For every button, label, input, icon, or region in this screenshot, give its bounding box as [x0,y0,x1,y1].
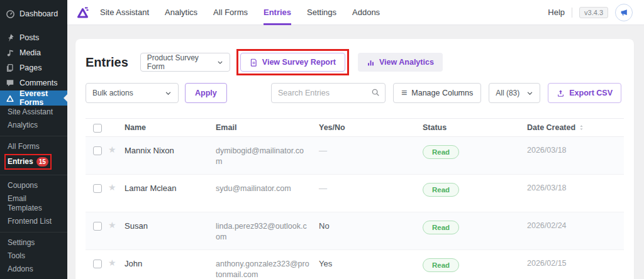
star-icon[interactable]: ★ [108,221,125,229]
search-input[interactable] [271,83,386,103]
column-label: Date Created [527,123,575,132]
cell-yesno: Yes [319,259,423,268]
sidebar-item-pages[interactable]: Pages [0,60,67,75]
media-icon [5,48,15,58]
manage-columns-button[interactable]: ≡ Manage Columns [393,83,481,103]
cell-email: dymibogid@mailinator.com [216,146,319,167]
row-checkbox[interactable] [93,146,102,155]
star-icon[interactable]: ★ [108,183,125,192]
sidebar-subitem-coupons[interactable]: Coupons [0,179,67,192]
status-badge: Read [423,145,459,159]
cell-yesno: No [319,221,423,231]
cell-email: anthony.gonzalez323@protonmail.com [216,259,319,279]
subitem-label: Email Templates [8,194,42,212]
table-row[interactable]: ★ Susan linda.perez932@outlook.com No Re… [86,212,624,250]
help-link[interactable]: Help [548,8,565,17]
sidebar-item-label: Media [19,48,41,57]
entries-table: Name Email Yes/No Status Date Created ★ … [86,118,624,279]
annotation-view-survey-report-box: View Survey Report [240,53,345,72]
select-all-checkbox[interactable] [93,124,102,133]
column-date-created[interactable]: Date Created [527,123,624,132]
table-row[interactable]: ★ Mannix Nixon dymibogid@mailinator.com … [86,137,624,175]
column-yesno[interactable]: Yes/No [319,123,423,132]
subitem-label: Analytics [8,121,38,129]
sidebar-item-dashboard[interactable]: Dashboard [0,6,67,21]
status-badge: Read [423,221,459,234]
sidebar-item-label: Everest Forms [19,89,62,107]
tab-label: Site Assistant [100,8,149,17]
cell-name: John [125,259,216,268]
star-icon[interactable]: ★ [108,258,125,267]
mountain-icon [5,93,15,103]
sidebar-subitem-email-templates[interactable]: Email Templates [0,192,67,215]
view-analytics-button[interactable]: View Analytics [358,53,443,72]
bulk-actions-value: Bulk actions [92,89,133,97]
tab-settings[interactable]: Settings [307,0,336,25]
form-selector-value: Product Survey Form [147,53,212,71]
subitem-label: Tools [8,251,25,260]
cell-status: Read [423,146,527,159]
sidebar-item-everest-forms[interactable]: Everest Forms [0,90,67,106]
announcements-button[interactable] [615,4,633,21]
row-checkbox[interactable] [93,260,102,268]
sidebar-item-label: Pages [19,63,42,72]
table-row[interactable]: ★ John anthony.gonzalez323@protonmail.co… [86,250,624,279]
sidebar-item-comments[interactable]: Comments [0,75,67,90]
row-checkbox[interactable] [93,222,102,231]
status-filter-value: All (83) [496,89,519,97]
sidebar-item-media[interactable]: Media [0,45,67,60]
subitem-label: All Forms [8,142,40,151]
pages-icon [5,63,15,73]
sidebar-item-label: Posts [19,33,39,42]
sidebar-subitem-addons[interactable]: Addons [0,263,67,276]
tab-label: Analytics [165,8,197,17]
apply-button[interactable]: Apply [185,83,227,103]
search-entries [271,83,386,103]
plugin-topbar: Site Assistant Analytics All Forms Entri… [67,0,644,25]
divider [0,136,67,136]
sidebar-subitem-entries[interactable]: Entries 15 [0,153,67,171]
tab-all-forms[interactable]: All Forms [213,0,248,25]
comment-icon [5,78,15,88]
tab-analytics[interactable]: Analytics [165,0,197,25]
tab-site-assistant[interactable]: Site Assistant [100,0,149,25]
sidebar-subitem-tools[interactable]: Tools [0,249,67,263]
wp-admin-sidebar: Dashboard Posts Media Pages Comments Eve… [0,0,67,279]
dashboard-icon [5,9,15,19]
entries-count-badge: 15 [36,157,48,167]
column-email[interactable]: Email [216,123,319,132]
sidebar-subitem-all-forms[interactable]: All Forms [0,140,67,153]
everest-forms-logo-icon[interactable] [75,5,91,20]
cell-date: 2026/02/24 [527,221,624,230]
column-name[interactable]: Name [125,123,216,132]
sidebar-subitem-analytics[interactable]: Analytics [0,119,67,132]
sidebar-subitem-settings[interactable]: Settings [0,236,67,249]
cell-status: Read [423,259,527,272]
subitem-label: Coupons [8,181,38,190]
sidebar-subitem-site-assistant[interactable]: Site Assistant [0,106,67,119]
sidebar-subitem-frontend-list[interactable]: Frontend List [0,215,67,228]
cell-date: 2026/03/18 [527,146,624,155]
tab-entries[interactable]: Entries [264,0,291,25]
cell-name: Susan [125,221,216,231]
divider [0,232,67,232]
divider [0,175,67,175]
sidebar-item-posts[interactable]: Posts [0,30,67,45]
row-checkbox[interactable] [93,184,102,193]
star-icon[interactable]: ★ [108,145,125,154]
bulk-actions-dropdown[interactable]: Bulk actions [86,83,179,103]
tab-label: Settings [307,8,336,17]
export-csv-button[interactable]: Export CSV [548,83,621,103]
megaphone-icon [619,8,628,17]
form-selector-dropdown[interactable]: Product Survey Form [140,53,230,72]
cell-date: 2026/03/18 [527,183,624,192]
button-label: Manage Columns [411,89,473,97]
status-filter-dropdown[interactable]: All (83) [489,83,540,103]
tab-addons[interactable]: Addons [352,0,380,25]
column-status[interactable]: Status [423,123,527,132]
annotation-entries-box: Entries 15 [8,157,48,167]
tab-label: Addons [352,8,380,17]
table-row[interactable]: ★ Lamar Mclean sydu@mailinator.com — Rea… [86,175,624,212]
cell-status: Read [423,183,527,197]
view-survey-report-button[interactable]: View Survey Report [240,53,345,72]
